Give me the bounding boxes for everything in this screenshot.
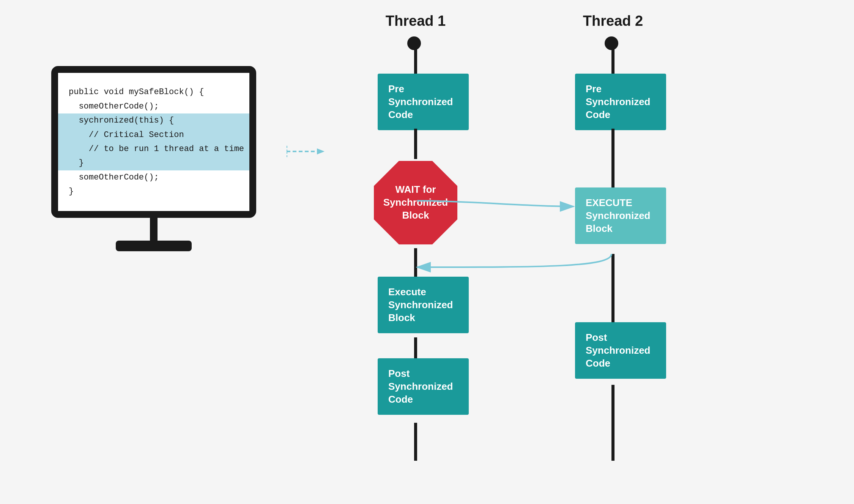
code-line-3: sychronized(this) { (58, 113, 249, 128)
thread1-vline-2 (414, 129, 417, 159)
code-line-5: // to be run 1 thread at a time (58, 142, 249, 156)
thread2-vline-top (611, 43, 615, 76)
thread2-execute-box: EXECUTESynchronizedBlock (575, 187, 666, 244)
monitor-screen: public void mySafeBlock() { someOtherCod… (58, 73, 249, 211)
monitor-stand-neck (150, 218, 158, 241)
thread1-execute-label: ExecuteSynchronizedBlock (378, 277, 469, 333)
wait-octagon-text: WAIT forSynchronizedBlock (380, 180, 452, 225)
code-line-4: // Critical Section (58, 128, 249, 142)
monitor-body: public void mySafeBlock() { someOtherCod… (51, 66, 256, 218)
thread2-vline-4 (611, 385, 615, 461)
diagram-section: Thread 1 Thread 2 PreSynchronizedCode WA… (355, 43, 810, 461)
thread1-vline-5 (414, 423, 417, 461)
wait-octagon: WAIT forSynchronizedBlock (370, 157, 461, 248)
thread1-vline-4 (414, 337, 417, 360)
code-line-7: someOtherCode(); (69, 170, 239, 184)
diagram-wrapper: Thread 1 Thread 2 PreSynchronizedCode WA… (355, 43, 696, 461)
thread2-vline-2 (611, 129, 615, 189)
main-container: public void mySafeBlock() { someOtherCod… (28, 28, 826, 476)
dashed-arrow-svg (287, 144, 332, 159)
arrow-section (287, 144, 332, 161)
thread1-pre-sync-label: PreSynchronizedCode (378, 74, 469, 130)
thread1-title: Thread 1 (378, 13, 454, 29)
monitor-stand-base (116, 241, 192, 251)
thread2-pre-sync-label: PreSynchronizedCode (575, 74, 666, 130)
thread2-pre-sync-box: PreSynchronizedCode (575, 74, 666, 130)
monitor-section: public void mySafeBlock() { someOtherCod… (44, 66, 264, 251)
thread1-post-box: PostSynchronizedCode (378, 358, 469, 415)
thread1-pre-sync-box: PreSynchronizedCode (378, 74, 469, 130)
thread1-post-label: PostSynchronizedCode (378, 358, 469, 415)
thread1-vline-3 (414, 248, 417, 279)
code-line-8: } (69, 184, 239, 198)
wait-octagon-shape: WAIT forSynchronizedBlock (374, 161, 457, 244)
thread2-post-label: PostSynchronizedCode (575, 322, 666, 379)
thread1-execute-box: ExecuteSynchronizedBlock (378, 277, 469, 333)
thread2-vline-3 (611, 254, 615, 324)
code-line-1: public void mySafeBlock() { (69, 85, 239, 99)
thread2-post-box: PostSynchronizedCode (575, 322, 666, 379)
wait-octagon-container: WAIT forSynchronizedBlock (370, 157, 461, 248)
thread2-title: Thread 2 (575, 13, 651, 29)
thread2-execute-label: EXECUTESynchronizedBlock (575, 187, 666, 244)
code-line-2: someOtherCode(); (69, 99, 239, 113)
thread1-vline-top (414, 43, 417, 76)
svg-marker-3 (317, 148, 325, 154)
code-line-6: } (58, 156, 249, 170)
